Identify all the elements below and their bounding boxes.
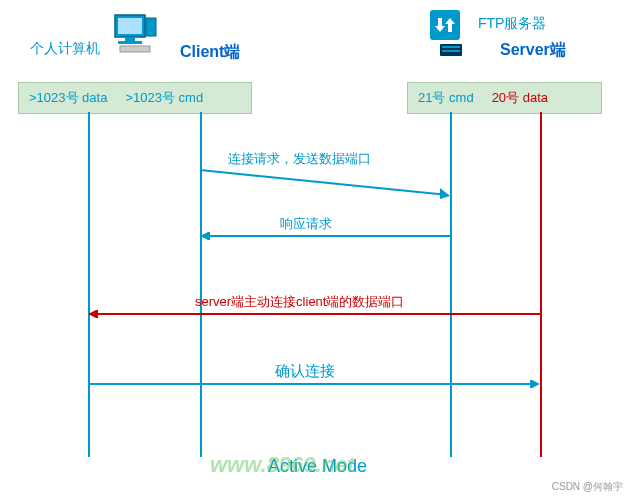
label-m4: 确认连接	[275, 362, 335, 381]
client-cmd-port: >1023号 cmd	[125, 89, 203, 107]
credit-text: CSDN @何翰宇	[552, 480, 623, 494]
svg-marker-17	[530, 380, 540, 388]
client-ports: >1023号 data >1023号 cmd	[18, 82, 252, 114]
label-m1: 连接请求，发送数据端口	[228, 150, 371, 168]
svg-rect-1	[118, 18, 142, 34]
label-m3: server端主动连接client端的数据端口	[195, 293, 404, 311]
watermark: www.8969.net	[210, 452, 355, 478]
client-role: Client端	[180, 42, 240, 63]
svg-marker-15	[88, 310, 98, 318]
arrow-m3	[88, 310, 542, 318]
client-label: 个人计算机	[30, 40, 100, 58]
svg-rect-5	[120, 46, 150, 52]
server-role: Server端	[500, 40, 566, 61]
svg-rect-4	[146, 18, 156, 36]
svg-rect-9	[442, 50, 460, 52]
svg-rect-2	[125, 37, 135, 41]
server-data-port: 20号 data	[492, 89, 548, 107]
arrow-m2	[200, 232, 452, 240]
server-cmd-port: 21号 cmd	[418, 89, 474, 107]
svg-rect-8	[442, 46, 460, 48]
server-icon	[428, 8, 472, 64]
lifeline-client-cmd	[200, 112, 202, 457]
svg-marker-11	[440, 188, 450, 199]
svg-line-10	[200, 170, 448, 195]
arrow-m4	[88, 380, 542, 388]
client-data-port: >1023号 data	[29, 89, 107, 107]
label-m2: 响应请求	[280, 215, 332, 233]
svg-rect-3	[118, 41, 142, 44]
lifeline-client-data	[88, 112, 90, 457]
svg-rect-6	[430, 10, 460, 40]
arrow-m1	[200, 165, 452, 205]
server-label: FTP服务器	[478, 15, 546, 33]
svg-marker-13	[200, 232, 210, 240]
lifeline-server-data	[540, 112, 542, 457]
lifeline-server-cmd	[450, 112, 452, 457]
computer-icon	[110, 10, 160, 64]
server-ports: 21号 cmd 20号 data	[407, 82, 602, 114]
